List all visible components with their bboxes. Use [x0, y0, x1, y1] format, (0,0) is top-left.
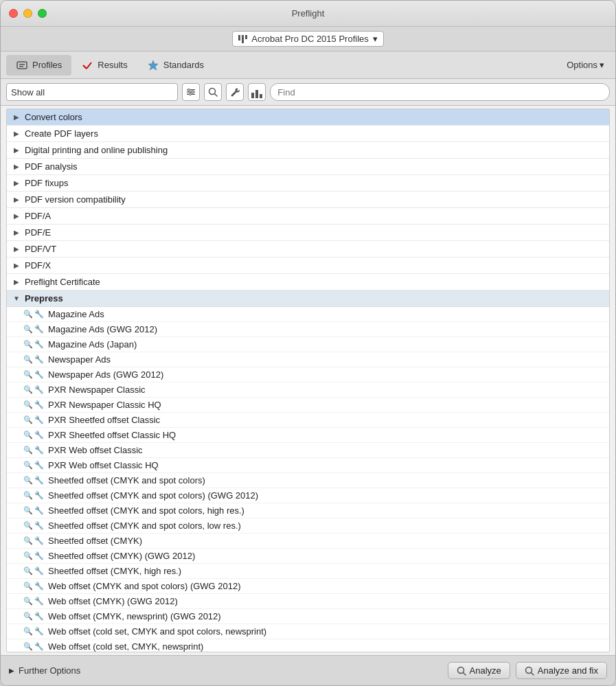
category-pdfx[interactable]: ▶ PDF/X [7, 258, 609, 274]
tab-results[interactable]: Results [71, 55, 137, 76]
list-item[interactable]: 🔍 🔧 Web offset (CMYK) (GWG 2012) [7, 594, 609, 609]
category-label: PDF/VT [25, 244, 56, 254]
main-content[interactable]: ▶ Convert colors ▶ Create PDF layers ▶ D… [6, 108, 610, 652]
search-small-icon: 🔍 [23, 340, 33, 349]
search-small-icon: 🔍 [23, 476, 33, 485]
category-pdf-analysis[interactable]: ▶ PDF analysis [7, 159, 609, 175]
svg-line-15 [463, 672, 466, 675]
search-small-icon: 🔍 [23, 385, 33, 394]
list-item[interactable]: 🔍 🔧 Sheetfed offset (CMYK and spot color… [7, 473, 609, 488]
item-icons: 🔍 🔧 [23, 355, 44, 364]
list-item[interactable]: 🔍 🔧 Newspaper Ads (GWG 2012) [7, 367, 609, 382]
item-label: PXR Newspaper Classic HQ [48, 400, 161, 410]
list-item[interactable]: 🔍 🔧 Sheetfed offset (CMYK) [7, 534, 609, 549]
wrench-small-icon: 🔧 [34, 446, 44, 455]
bar-chart-icon-button[interactable] [248, 83, 266, 101]
category-digital-printing[interactable]: ▶ Digital printing and online publishing [7, 142, 609, 159]
category-label: PDF/X [25, 260, 51, 271]
section-prepress[interactable]: ▼ Prepress [7, 290, 609, 307]
category-convert-colors[interactable]: ▶ Convert colors [7, 109, 609, 126]
item-label: PXR Web offset Classic [48, 445, 143, 455]
search-small-icon: 🔍 [23, 415, 33, 424]
chevron-right-icon: ▶ [9, 667, 14, 674]
tools-icon-button[interactable] [182, 83, 200, 101]
analyze-and-fix-button[interactable]: Analyze and fix [516, 662, 607, 679]
item-icons: 🔍 🔧 [23, 551, 44, 560]
list-item[interactable]: 🔍 🔧 Sheetfed offset (CMYK and spot color… [7, 488, 609, 503]
window-buttons [9, 9, 47, 18]
titlebar: Preflight [1, 1, 615, 27]
category-pdfvt[interactable]: ▶ PDF/VT [7, 241, 609, 258]
list-item[interactable]: 🔍 🔧 Web offset (cold set, CMYK and spot … [7, 624, 609, 639]
list-item[interactable]: 🔍 🔧 Web offset (cold set, CMYK, newsprin… [7, 639, 609, 652]
list-item[interactable]: 🔍 🔧 Sheetfed offset (CMYK, high res.) [7, 564, 609, 579]
list-item[interactable]: 🔍 🔧 Sheetfed offset (CMYK and spot color… [7, 503, 609, 518]
search-small-icon: 🔍 [23, 461, 33, 470]
list-item[interactable]: 🔍 🔧 PXR Web offset Classic HQ [7, 458, 609, 473]
item-label: Magazine Ads (GWG 2012) [48, 324, 157, 334]
list-item[interactable]: 🔍 🔧 Web offset (CMYK, newsprint) (GWG 20… [7, 609, 609, 624]
list-item[interactable]: 🔍 🔧 Sheetfed offset (CMYK) (GWG 2012) [7, 549, 609, 564]
section-prepress-label: Prepress [25, 293, 63, 304]
search-small-icon: 🔍 [23, 431, 33, 439]
maximize-button[interactable] [38, 9, 47, 18]
list-item[interactable]: 🔍 🔧 PXR Sheetfed offset Classic HQ [7, 428, 609, 443]
category-pdfe[interactable]: ▶ PDF/E [7, 225, 609, 241]
tab-profiles[interactable]: Profiles [6, 55, 71, 76]
item-icons: 🔍 🔧 [23, 491, 44, 500]
search-icon-button[interactable] [204, 83, 222, 101]
options-button[interactable]: Options ▾ [561, 57, 610, 73]
chevron-right-icon: ▶ [12, 113, 21, 122]
list-item[interactable]: 🔍 🔧 Web offset (CMYK and spot colors) (G… [7, 579, 609, 594]
item-icons: 🔍 🔧 [23, 370, 44, 379]
category-pdfa[interactable]: ▶ PDF/A [7, 208, 609, 225]
list-item[interactable]: 🔍 🔧 Sheetfed offset (CMYK and spot color… [7, 518, 609, 534]
item-label: Sheetfed offset (CMYK, high res.) [48, 566, 181, 576]
list-item[interactable]: 🔍 🔧 PXR Sheetfed offset Classic [7, 413, 609, 428]
wrench-small-icon: 🔧 [34, 567, 44, 575]
category-create-pdf-layers[interactable]: ▶ Create PDF layers [7, 126, 609, 142]
list-item[interactable]: 🔍 🔧 PXR Newspaper Classic HQ [7, 398, 609, 413]
item-icons: 🔍 🔧 [23, 536, 44, 545]
results-icon [81, 59, 93, 71]
chevron-right-icon: ▶ [12, 130, 21, 138]
search-small-icon: 🔍 [23, 355, 33, 364]
further-options[interactable]: ▶ Further Options [9, 665, 80, 676]
search-small-icon: 🔍 [23, 491, 33, 500]
chevron-right-icon: ▶ [12, 196, 21, 204]
wrench-icon-button[interactable] [226, 83, 244, 101]
item-label: Web offset (cold set, CMYK and spot colo… [48, 626, 266, 637]
search-small-icon: 🔍 [23, 325, 33, 334]
find-input[interactable] [270, 83, 610, 101]
wrench-small-icon: 🔧 [34, 612, 44, 621]
filter-select[interactable]: Show all Show fixups Show checks [6, 83, 178, 101]
analyze-button[interactable]: Analyze [448, 662, 510, 679]
category-label: Digital printing and online publishing [25, 145, 168, 155]
list-item[interactable]: 🔍 🔧 Magazine Ads [7, 307, 609, 322]
close-button[interactable] [9, 9, 18, 18]
list-item[interactable]: 🔍 🔧 Magazine Ads (GWG 2012) [7, 322, 609, 337]
category-label: PDF/A [25, 211, 51, 221]
analyze-label: Analyze [470, 665, 501, 676]
search-small-icon: 🔍 [23, 310, 33, 319]
category-label: Create PDF layers [25, 128, 98, 139]
list-item[interactable]: 🔍 🔧 Newspaper Ads [7, 352, 609, 367]
tab-standards[interactable]: Standards [137, 55, 214, 76]
category-preflight-cert[interactable]: ▶ Preflight Certificate [7, 274, 609, 290]
list-item[interactable]: 🔍 🔧 Magazine Ads (Japan) [7, 337, 609, 352]
chevron-right-icon: ▶ [12, 278, 21, 286]
category-pdf-version[interactable]: ▶ PDF version compatibility [7, 192, 609, 208]
footer: ▶ Further Options Analyze Analyze and fi… [1, 655, 615, 685]
minimize-button[interactable] [23, 9, 32, 18]
list-item[interactable]: 🔍 🔧 PXR Newspaper Classic [7, 382, 609, 398]
search-small-icon: 🔍 [23, 370, 33, 379]
bar-chart-small-icon [238, 35, 247, 43]
wrench-small-icon: 🔧 [34, 325, 44, 334]
profile-dropdown[interactable]: Acrobat Pro DC 2015 Profiles ▾ [232, 31, 384, 47]
list-item[interactable]: 🔍 🔧 PXR Web offset Classic [7, 443, 609, 458]
chevron-right-icon: ▶ [12, 146, 21, 155]
category-pdf-fixups[interactable]: ▶ PDF fixups [7, 175, 609, 192]
profile-bar: Acrobat Pro DC 2015 Profiles ▾ [1, 27, 615, 52]
item-icons: 🔍 🔧 [23, 521, 44, 530]
further-options-label: Further Options [19, 665, 80, 676]
